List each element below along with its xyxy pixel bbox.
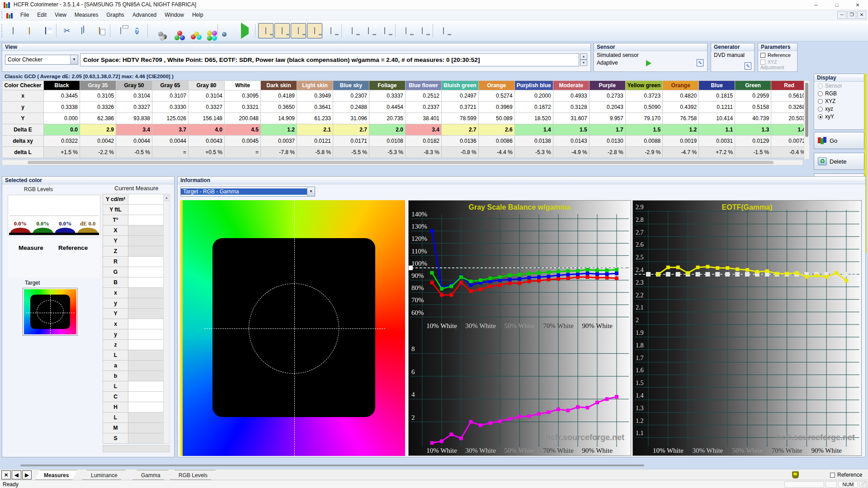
cell-dE-orange[interactable]: 2.6: [478, 124, 514, 136]
cell-dL-blue-sky[interactable]: -5.5 %: [333, 147, 369, 158]
measures-table-vscrollbar[interactable]: [804, 80, 810, 160]
cell-x-blue[interactable]: 0.1815: [699, 90, 735, 102]
cell-y-orange[interactable]: 0.3969: [478, 102, 514, 113]
cell-dxy-white[interactable]: 0.0045: [225, 136, 261, 147]
cell-x-purple[interactable]: 0.2733: [589, 90, 625, 102]
cell-dL-orange[interactable]: -4.7 %: [663, 147, 699, 158]
cell-dL-purple[interactable]: -2.8 %: [589, 147, 625, 158]
save-file-button[interactable]: [38, 23, 53, 38]
tab-gamma[interactable]: Gamma: [132, 470, 169, 480]
copy-button[interactable]: [75, 23, 91, 38]
tab-scroll-left-button[interactable]: ◀: [12, 470, 21, 479]
xyz-adjustment-checkbox[interactable]: XYZ Adjustment: [758, 58, 797, 70]
chevron-down-icon[interactable]: ▼: [307, 187, 315, 196]
cell-dL-gray-35[interactable]: -2.2 %: [80, 147, 116, 158]
mdi-restore-button[interactable]: ❐: [847, 11, 856, 19]
help-button[interactable]: ?: [129, 23, 145, 38]
cell-y-purplish-blue[interactable]: 0.1672: [514, 102, 553, 113]
cell-x-blue-sky[interactable]: 0.2307: [333, 90, 369, 102]
cell-x-white[interactable]: 0.3095: [225, 90, 261, 102]
paste-button[interactable]: [92, 23, 107, 38]
column-header-blue-flower[interactable]: Blue flower: [406, 81, 442, 90]
cell-dxy-light-skin[interactable]: 0.0121: [297, 136, 333, 147]
menu-edit[interactable]: Edit: [33, 10, 51, 19]
cell-y-blue-sky[interactable]: 0.2488: [333, 102, 369, 113]
menubar-grip[interactable]: [1, 11, 4, 19]
column-header-purple[interactable]: Purple: [589, 81, 625, 90]
menu-measures[interactable]: Measures: [71, 10, 103, 19]
view-type-select[interactable]: Color Checker ▼: [5, 55, 78, 65]
cell-dxy-purple[interactable]: 0.0130: [589, 136, 625, 147]
cell-dxy-foliage[interactable]: 0.0108: [369, 136, 406, 147]
cell-dxy-blue[interactable]: 0.0031: [699, 136, 735, 147]
cell-dL-red[interactable]: -0.4 %: [771, 147, 807, 158]
view-rgb-curves-button[interactable]: [398, 23, 414, 38]
tab-scroll-right-button[interactable]: ▶: [22, 470, 32, 479]
current-measure-scrollbar[interactable]: ▲: [163, 194, 170, 444]
column-header-foliage[interactable]: Foliage: [369, 81, 406, 90]
cell-dxy-orange[interactable]: 0.0019: [663, 136, 699, 147]
tab-rgb-levels[interactable]: RGB Levels: [170, 470, 216, 480]
cell-dxy-gray-80[interactable]: 0.0043: [189, 136, 225, 147]
cell-dE-moderate[interactable]: 1.5: [553, 124, 589, 136]
open-file-button[interactable]: [22, 23, 37, 38]
cell-dE-light-skin[interactable]: 2.1: [297, 124, 333, 136]
cell-y-blue-flower[interactable]: 0.2337: [406, 102, 442, 113]
run-measures-button[interactable]: [237, 23, 252, 38]
cell-dL-green[interactable]: -1.5 %: [735, 147, 771, 158]
column-header-blue-sky[interactable]: Blue sky: [333, 81, 369, 90]
cell-y-gray-35[interactable]: 0.3326: [80, 102, 116, 113]
cell-y-blue[interactable]: 0.1211: [699, 102, 735, 113]
cell-y-foliage[interactable]: 0.4454: [369, 102, 406, 113]
column-header-red[interactable]: Red: [771, 81, 807, 90]
cell-dE-bluish-green[interactable]: 2.7: [442, 124, 479, 136]
cell-Y-light-skin[interactable]: 61.233: [297, 113, 333, 124]
cell-dL-gray-80[interactable]: +0.5 %: [189, 147, 225, 158]
cell-dxy-moderate[interactable]: 0.0143: [553, 136, 589, 147]
cell-y-green[interactable]: 0.5158: [735, 102, 771, 113]
cell-dxy-red[interactable]: 0.0072: [771, 136, 807, 147]
cell-Y-white[interactable]: 200.048: [225, 113, 261, 124]
cell-x-light-skin[interactable]: 0.3949: [297, 90, 333, 102]
cell-dE-blue[interactable]: 1.1: [699, 124, 735, 136]
column-header-dark-skin[interactable]: Dark skin: [261, 81, 297, 90]
cell-Y-gray-35[interactable]: 62.386: [80, 113, 116, 124]
view-luminance-curve-button[interactable]: [361, 23, 376, 38]
cell-dxy-black[interactable]: 0.0322: [44, 136, 80, 147]
display-option-rgb[interactable]: RGB: [814, 89, 864, 97]
cell-y-gray-65[interactable]: 0.3330: [152, 102, 189, 113]
sensor-config-icon[interactable]: ✎: [697, 59, 703, 66]
view-nearblack-button[interactable]: [323, 23, 339, 38]
cell-x-foliage[interactable]: 0.3337: [369, 90, 406, 102]
view-measured-curves-button[interactable]: [415, 23, 430, 38]
cell-dL-moderate[interactable]: -4.9 %: [553, 147, 589, 158]
cell-dL-purplish-blue[interactable]: -5.3 %: [514, 147, 553, 158]
column-header-light-skin[interactable]: Light skin: [297, 81, 333, 90]
cell-dxy-gray-50[interactable]: 0.0044: [116, 136, 152, 147]
cell-dL-gray-65[interactable]: =: [152, 147, 189, 158]
cell-x-red[interactable]: 0.5610: [771, 90, 807, 102]
cell-dE-purplish-blue[interactable]: 1.4: [514, 124, 553, 136]
cell-Y-green[interactable]: 40.739: [735, 113, 771, 124]
view-gamma-curve-button[interactable]: [377, 23, 392, 38]
menu-help[interactable]: Help: [188, 10, 208, 19]
resize-grip[interactable]: [861, 481, 868, 488]
view-luminance-button[interactable]: [274, 23, 290, 38]
cell-dE-orange[interactable]: 1.2: [663, 124, 699, 136]
cell-Y-blue[interactable]: 10.414: [699, 113, 735, 124]
reference-toggle[interactable]: Reference: [830, 472, 862, 478]
cell-x-moderate[interactable]: 0.4933: [553, 90, 589, 102]
tab-luminance[interactable]: Luminance: [82, 470, 126, 480]
cell-dE-dark-skin[interactable]: 1.2: [261, 124, 297, 136]
cell-dxy-dark-skin[interactable]: 0.0037: [261, 136, 297, 147]
cell-dxy-blue-flower[interactable]: 0.0182: [406, 136, 442, 147]
column-header-yellow-green[interactable]: Yellow green: [625, 81, 662, 90]
new-file-button[interactable]: [5, 23, 21, 38]
column-header-gray-65[interactable]: Gray 65: [152, 81, 189, 90]
cell-dE-purple[interactable]: 1.7: [589, 124, 625, 136]
cell-Y-black[interactable]: 0.000: [44, 113, 80, 124]
menu-advanced[interactable]: Advanced: [128, 10, 160, 19]
horizontal-scroll-thumb[interactable]: [20, 465, 644, 466]
cell-Y-blue-sky[interactable]: 31.096: [333, 113, 369, 124]
cell-dL-dark-skin[interactable]: -7.8 %: [261, 147, 297, 158]
